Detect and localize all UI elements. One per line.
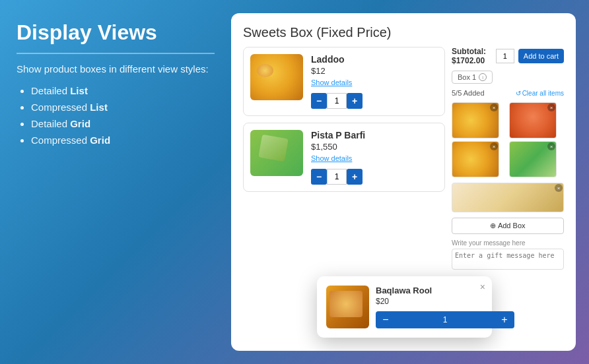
product-card-pista: Pista P Barfi $1,550 Show details − + (243, 123, 445, 192)
thumb-close-4[interactable]: × (547, 142, 555, 150)
box-tag-label: Box 1 (458, 73, 476, 81)
qty-control-laddoo: − + (311, 93, 438, 109)
list-item-compressed-list: Compressed List (31, 102, 215, 113)
thumb-close-2[interactable]: × (547, 104, 555, 111)
left-panel: Display Views Show product boxes in diff… (13, 13, 218, 351)
product-image-pista (250, 130, 303, 176)
message-section: Write your message here (452, 239, 564, 270)
overlay-qty-plus[interactable]: + (495, 311, 514, 328)
thumbnails-grid: × × × × (452, 102, 564, 177)
clear-all-link[interactable]: ↺ Clear all items (516, 90, 564, 97)
page-title: Display Views (17, 20, 215, 45)
panel-title: Sweets Box (Fixed Price) (243, 25, 564, 40)
subtotal-text: Subtotal: $1702.00 (452, 47, 492, 65)
product-card-laddoo: Laddoo $12 Show details − + (243, 47, 445, 116)
thumb-2: × (509, 102, 557, 138)
product-image-laddoo (250, 54, 303, 100)
overlay-product-price: $20 (376, 297, 514, 306)
description-text: Show product boxes in different view sty… (17, 62, 215, 77)
product-name-pista: Pista P Barfi (311, 130, 438, 140)
overlay-product-image (326, 286, 369, 328)
box-info-icon: i (479, 73, 487, 81)
refresh-icon: ↺ (516, 90, 521, 97)
thumb-3: × (452, 141, 499, 177)
message-input[interactable] (452, 249, 564, 270)
thumb-close-5[interactable]: × (555, 184, 563, 192)
view-list: Detailed List Compressed List Detailed G… (17, 85, 215, 146)
qty-input-pista[interactable] (327, 169, 347, 185)
add-to-cart-button[interactable]: Add to cart (518, 49, 564, 63)
qty-plus-laddoo[interactable]: + (347, 93, 363, 109)
product-info-pista: Pista P Barfi $1,550 Show details − + (311, 130, 438, 185)
qty-minus-laddoo[interactable]: − (311, 93, 327, 109)
overlay-card: × Baqlawa Rool $20 − + (317, 276, 492, 338)
right-panel: Sweets Box (Fixed Price) Laddoo $12 Show… (231, 13, 576, 351)
show-details-pista[interactable]: Show details (311, 154, 352, 162)
qty-plus-pista[interactable]: + (347, 169, 363, 185)
divider (17, 53, 215, 54)
list-item-detailed-grid: Detailed Grid (31, 118, 215, 129)
overlay-close-button[interactable]: × (480, 282, 485, 292)
add-box-button[interactable]: ⊕ Add Box (452, 218, 564, 234)
product-info-laddoo: Laddoo $12 Show details − + (311, 54, 438, 109)
box-tag: Box 1 i (452, 71, 493, 84)
qty-input-laddoo[interactable] (327, 93, 347, 109)
overlay-content: Baqlawa Rool $20 − + (326, 286, 483, 328)
list-item-compressed-grid: Compressed Grid (31, 135, 215, 146)
thumb-close-1[interactable]: × (490, 104, 498, 111)
product-name-laddoo: Laddoo (311, 54, 438, 65)
product-price-pista: $1,550 (311, 142, 438, 152)
overlay-product-name: Baqlawa Rool (376, 286, 514, 295)
added-row: 5/5 Added ↺ Clear all items (452, 89, 564, 97)
added-text: 5/5 Added (452, 89, 485, 97)
message-label: Write your message here (452, 239, 564, 247)
qty-minus-pista[interactable]: − (311, 169, 327, 185)
overlay-info: Baqlawa Rool $20 − + (376, 286, 514, 328)
thumb-5: × (452, 183, 564, 212)
show-details-laddoo[interactable]: Show details (311, 78, 352, 86)
clear-all-label: Clear all items (522, 90, 564, 97)
overlay-qty-minus[interactable]: − (376, 311, 396, 328)
overlay-qty-input[interactable] (396, 311, 495, 328)
sidebar-qty-input[interactable] (496, 49, 514, 63)
outer-container: Display Views Show product boxes in diff… (0, 0, 589, 364)
thumb-1: × (452, 102, 499, 138)
list-item-detailed-list: Detailed List (31, 85, 215, 96)
qty-control-pista: − + (311, 169, 438, 185)
thumb-close-3[interactable]: × (490, 142, 498, 150)
subtotal-row: Subtotal: $1702.00 Add to cart (452, 47, 564, 65)
product-price-laddoo: $12 (311, 66, 438, 76)
thumb-4: × (509, 141, 557, 177)
overlay-qty-control: − + (376, 311, 514, 328)
